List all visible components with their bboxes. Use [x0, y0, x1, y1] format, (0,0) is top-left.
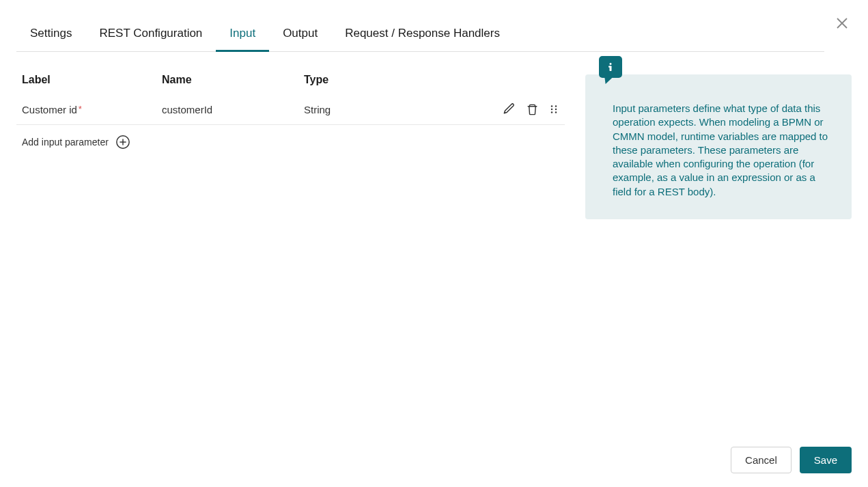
tab-settings[interactable]: Settings	[16, 17, 85, 52]
column-header-type: Type	[304, 74, 484, 86]
plus-circle-icon	[115, 135, 130, 150]
tab-bar: Settings REST Configuration Input Output…	[16, 16, 824, 52]
svg-point-2	[551, 105, 552, 107]
info-panel: Input parameters define what type of dat…	[585, 66, 852, 471]
row-type: String	[304, 104, 484, 115]
dialog-footer: Cancel Save	[731, 447, 852, 473]
svg-point-6	[551, 111, 552, 113]
svg-point-7	[555, 111, 557, 113]
tab-rest-configuration[interactable]: REST Configuration	[85, 17, 216, 52]
tab-output[interactable]: Output	[269, 17, 331, 52]
svg-point-11	[610, 63, 612, 65]
svg-point-4	[551, 109, 552, 110]
row-label: Customer id	[22, 104, 77, 115]
info-icon	[599, 56, 622, 78]
required-indicator: *	[79, 104, 82, 114]
drag-handle-icon[interactable]	[548, 102, 559, 116]
close-icon[interactable]	[835, 16, 849, 30]
delete-icon[interactable]	[525, 102, 539, 116]
tab-request-response-handlers[interactable]: Request / Response Handlers	[331, 17, 514, 52]
cancel-button[interactable]: Cancel	[731, 447, 792, 473]
column-header-name: Name	[162, 74, 304, 86]
tab-input[interactable]: Input	[216, 17, 269, 52]
column-header-label: Label	[22, 74, 162, 86]
svg-point-3	[555, 105, 557, 107]
add-input-parameter-button[interactable]: Add input parameter	[16, 125, 565, 159]
table-header: Label Name Type	[16, 66, 565, 94]
edit-icon[interactable]	[502, 102, 516, 116]
svg-point-5	[555, 109, 557, 110]
info-text: Input parameters define what type of dat…	[585, 74, 852, 219]
parameters-table: Label Name Type Customer id* customerId …	[16, 66, 565, 471]
svg-rect-13	[608, 66, 611, 68]
row-name: customerId	[162, 104, 304, 115]
save-button[interactable]: Save	[800, 447, 852, 473]
add-label: Add input parameter	[22, 137, 109, 148]
table-row: Customer id* customerId String	[16, 94, 565, 125]
